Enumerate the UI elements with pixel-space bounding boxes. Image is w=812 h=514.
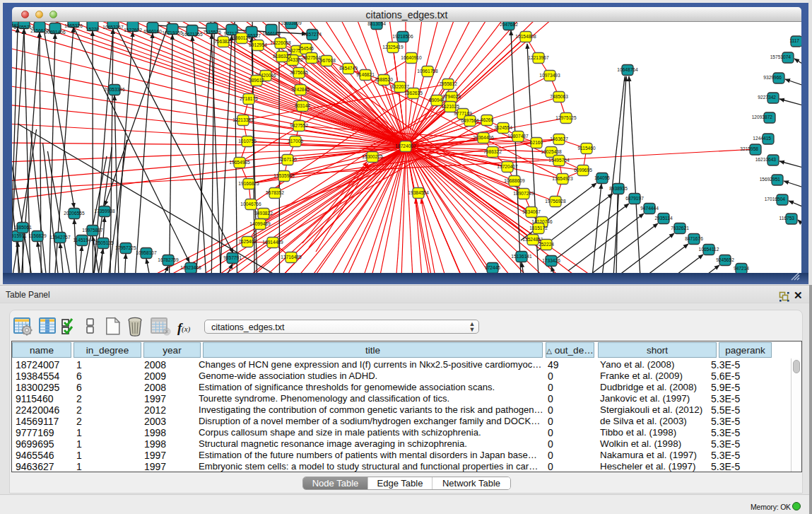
svg-text:12975125: 12975125 — [555, 115, 577, 120]
svg-text:9245652: 9245652 — [716, 257, 734, 262]
svg-text:(x): (x) — [182, 325, 191, 334]
svg-text:6497566: 6497566 — [461, 118, 479, 123]
svg-text:10973493: 10973493 — [539, 73, 560, 78]
svg-text:10046766: 10046766 — [240, 201, 261, 206]
svg-text:15300275: 15300275 — [362, 154, 383, 159]
svg-text:972445: 972445 — [485, 265, 500, 270]
svg-text:1527602: 1527602 — [124, 28, 142, 33]
svg-text:7515526: 7515526 — [203, 30, 221, 35]
svg-text:12942757: 12942757 — [49, 235, 71, 240]
svg-text:16671355: 16671355 — [182, 32, 203, 37]
svg-text:15692951: 15692951 — [760, 177, 781, 182]
svg-text:9242845: 9242845 — [291, 87, 310, 92]
svg-text:8471676: 8471676 — [685, 236, 703, 241]
svg-text:7632621: 7632621 — [671, 226, 689, 230]
svg-text:15270: 15270 — [86, 27, 100, 32]
svg-text:989612: 989612 — [249, 78, 264, 83]
svg-text:3875685: 3875685 — [290, 70, 308, 75]
svg-text:19384554: 19384554 — [408, 190, 429, 195]
svg-text:16210643: 16210643 — [755, 157, 777, 162]
svg-text:18724007: 18724007 — [395, 144, 416, 148]
svg-text:1621025: 1621025 — [441, 104, 459, 109]
svg-text:1385061: 1385061 — [13, 225, 32, 230]
svg-text:9329966: 9329966 — [763, 75, 782, 80]
svg-text:13654923: 13654923 — [552, 176, 573, 181]
svg-text:9227342: 9227342 — [758, 95, 776, 100]
svg-text:12213967: 12213967 — [528, 55, 549, 60]
svg-text:9860124: 9860124 — [233, 35, 251, 40]
svg-text:2718176: 2718176 — [240, 96, 258, 101]
svg-text:8813054: 8813054 — [367, 22, 386, 26]
svg-text:252224: 252224 — [539, 242, 554, 247]
svg-text:164095: 164095 — [594, 175, 610, 180]
svg-text:10807487: 10807487 — [507, 134, 529, 139]
svg-text:1588520: 1588520 — [375, 77, 393, 82]
svg-text:8322037: 8322037 — [391, 84, 409, 89]
svg-text:9115460: 9115460 — [577, 146, 596, 151]
svg-text:6879197: 6879197 — [625, 196, 644, 201]
svg-text:116753: 116753 — [779, 216, 794, 221]
svg-text:3493822: 3493822 — [254, 211, 273, 216]
svg-text:2967608: 2967608 — [317, 58, 336, 63]
svg-text:15495764: 15495764 — [548, 158, 570, 163]
svg-text:8938935: 8938935 — [609, 186, 628, 191]
svg-text:2047682: 2047682 — [500, 22, 518, 27]
svg-text:8912954: 8912954 — [249, 42, 267, 47]
svg-text:9857791: 9857791 — [223, 255, 242, 260]
svg-text:15751074: 15751074 — [770, 54, 792, 59]
svg-text:12923448: 12923448 — [180, 265, 201, 270]
svg-text:317006: 317006 — [288, 139, 303, 144]
svg-text:6966160: 6966160 — [143, 29, 162, 34]
svg-text:10025438: 10025438 — [541, 149, 562, 154]
svg-text:3624554: 3624554 — [494, 125, 512, 130]
svg-text:12213383: 12213383 — [233, 117, 254, 122]
svg-text:18907249: 18907249 — [513, 191, 534, 196]
svg-text:62160: 62160 — [530, 140, 543, 145]
svg-text:13535945: 13535945 — [273, 173, 295, 178]
svg-text:8454749: 8454749 — [339, 66, 358, 71]
svg-text:803144: 803144 — [295, 103, 310, 108]
svg-text:10648764: 10648764 — [617, 67, 638, 72]
svg-text:19975887: 19975887 — [82, 228, 103, 233]
svg-text:7357274: 7357274 — [303, 32, 322, 37]
svg-text:46266: 46266 — [481, 117, 494, 122]
svg-text:1117: 1117 — [789, 38, 799, 43]
svg-text:1815172: 1815172 — [529, 226, 548, 230]
svg-text:20053346: 20053346 — [104, 87, 125, 92]
svg-text:16640910: 16640910 — [401, 55, 422, 60]
svg-text:7485063: 7485063 — [550, 94, 568, 99]
svg-text:19654985: 19654985 — [229, 160, 250, 165]
svg-text:1065326: 1065326 — [64, 23, 83, 28]
svg-text:1362635: 1362635 — [404, 90, 423, 95]
svg-text:20364436: 20364436 — [473, 135, 494, 140]
svg-text:13720407: 13720407 — [497, 164, 518, 169]
svg-text:9146821: 9146821 — [356, 72, 375, 77]
svg-text:1066160: 1066160 — [262, 31, 281, 36]
svg-text:13226058: 13226058 — [270, 40, 291, 45]
svg-text:5578352: 5578352 — [266, 190, 284, 195]
svg-text:947214: 947214 — [734, 266, 749, 271]
svg-text:10958107: 10958107 — [136, 250, 157, 255]
svg-text:12505135: 12505135 — [93, 240, 114, 245]
svg-text:16914489: 16914489 — [262, 240, 283, 245]
svg-text:13716485: 13716485 — [281, 255, 302, 259]
svg-text:19756928: 19756928 — [545, 199, 566, 204]
svg-text:15136141: 15136141 — [511, 254, 532, 259]
svg-text:16033809: 16033809 — [281, 22, 302, 25]
svg-text:20206555: 20206555 — [64, 211, 85, 216]
svg-text:9834067: 9834067 — [522, 209, 541, 214]
svg-text:10961758: 10961758 — [417, 69, 438, 74]
svg-text:10653267: 10653267 — [102, 25, 124, 30]
svg-text:7625402: 7625402 — [238, 239, 257, 244]
svg-text:10154808: 10154808 — [515, 34, 536, 39]
svg-text:10688609: 10688609 — [504, 178, 525, 183]
svg-text:754546: 754546 — [298, 46, 314, 51]
svg-text:20691406: 20691406 — [45, 30, 66, 35]
svg-text:1156829: 1156829 — [28, 233, 47, 238]
svg-text:1244415: 1244415 — [753, 136, 771, 141]
svg-text:19218506: 19218506 — [392, 34, 413, 39]
svg-text:1733426: 1733426 — [542, 258, 560, 263]
svg-text:6099695: 6099695 — [574, 168, 592, 173]
svg-text:3267130: 3267130 — [278, 157, 297, 162]
svg-text:17957225: 17957225 — [115, 245, 136, 250]
